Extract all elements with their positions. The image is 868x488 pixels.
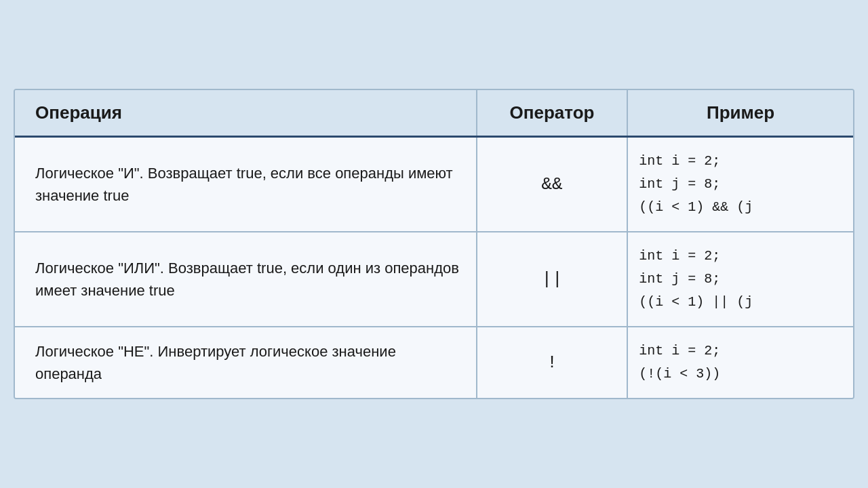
header-operator: Оператор xyxy=(476,90,627,136)
table-body: Логическое "И". Возвращает true, если вс… xyxy=(15,138,853,398)
header-example: Пример xyxy=(627,90,853,136)
main-table: Операция Оператор Пример Логическое "И".… xyxy=(14,89,854,399)
table-row: Логическое "ИЛИ". Возвращает true, если … xyxy=(15,232,853,327)
code-example-3: int i = 2; (!(i < 3)) xyxy=(639,340,720,386)
cell-operator-1: && xyxy=(476,138,627,231)
code-example-2: int i = 2; int j = 8; ((i < 1) || (j xyxy=(639,245,753,314)
code-example-1: int i = 2; int j = 8; ((i < 1) && (j xyxy=(639,150,753,219)
cell-operation-1: Логическое "И". Возвращает true, если вс… xyxy=(15,138,476,231)
cell-operation-3: Логическое "НЕ". Инвертирует логическое … xyxy=(15,327,476,398)
header-operation: Операция xyxy=(15,90,476,136)
table-row: Логическое "НЕ". Инвертирует логическое … xyxy=(15,327,853,398)
cell-example-3: int i = 2; (!(i < 3)) xyxy=(627,327,853,398)
cell-example-2: int i = 2; int j = 8; ((i < 1) || (j xyxy=(627,232,853,326)
table-row: Логическое "И". Возвращает true, если вс… xyxy=(15,138,853,232)
cell-operation-2: Логическое "ИЛИ". Возвращает true, если … xyxy=(15,232,476,326)
cell-operator-3: ! xyxy=(476,327,627,398)
cell-example-1: int i = 2; int j = 8; ((i < 1) && (j xyxy=(627,138,853,231)
cell-operator-2: || xyxy=(476,232,627,326)
table-header: Операция Оператор Пример xyxy=(15,90,853,138)
